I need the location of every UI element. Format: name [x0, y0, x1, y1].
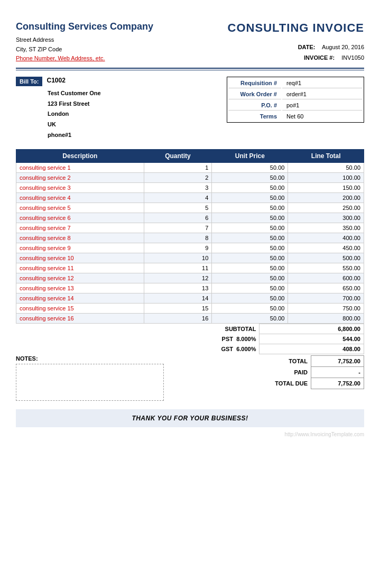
- paid-label: PAID: [227, 366, 311, 378]
- notes-box[interactable]: [16, 364, 164, 401]
- req-value: req#1: [282, 78, 363, 88]
- table-row: consulting service 9 9 50.00 450.00: [16, 243, 364, 253]
- row-unit: 50.00: [212, 273, 288, 283]
- table-row: consulting service 6 6 50.00 300.00: [16, 213, 364, 223]
- row-total: 500.00: [288, 253, 364, 263]
- row-unit: 50.00: [212, 243, 288, 253]
- row-unit: 50.00: [212, 283, 288, 293]
- req-label: Requisition #: [228, 78, 281, 88]
- row-desc: consulting service 2: [16, 172, 144, 182]
- table-row: consulting service 3 3 50.00 150.00: [16, 182, 364, 192]
- total-value: 7,752.00: [311, 355, 364, 366]
- wo-label: Work Order #: [228, 89, 281, 99]
- company-address2: City, ST ZIP Code: [16, 45, 153, 54]
- col-unit-price: Unit Price: [212, 149, 288, 162]
- row-desc: consulting service 10: [16, 253, 144, 263]
- terms-label: Terms: [228, 112, 281, 121]
- row-desc: consulting service 7: [16, 223, 144, 233]
- customer-address1: 123 First Street: [48, 99, 216, 109]
- requisition-table: Requisition # req#1 Work Order # order#1…: [227, 77, 364, 123]
- row-total: 50.00: [288, 162, 364, 172]
- table-row: consulting service 13 13 50.00 650.00: [16, 283, 364, 293]
- row-unit: 50.00: [212, 162, 288, 172]
- row-qty: 4: [144, 192, 212, 203]
- watermark-link[interactable]: http://www.InvoicingTemplate.com: [284, 431, 364, 437]
- total-label: TOTAL: [227, 355, 311, 366]
- row-unit: 50.00: [212, 182, 288, 192]
- table-row: consulting service 16 16 50.00 800.00: [16, 313, 364, 323]
- row-desc: consulting service 6: [16, 213, 144, 223]
- date-label: DATE:: [298, 44, 316, 50]
- row-total: 450.00: [288, 243, 364, 253]
- row-desc: consulting service 11: [16, 263, 144, 273]
- company-contact[interactable]: Phone Number, Web Address, etc.: [16, 55, 105, 61]
- col-line-total: Line Total: [288, 149, 364, 162]
- table-row: consulting service 4 4 50.00 200.00: [16, 192, 364, 203]
- subtotal-label: SUBTOTAL: [16, 324, 259, 334]
- wo-value: order#1: [282, 89, 363, 99]
- table-row: consulting service 11 11 50.00 550.00: [16, 263, 364, 273]
- row-unit: 50.00: [212, 313, 288, 323]
- row-desc: consulting service 9: [16, 243, 144, 253]
- customer-city: London: [48, 109, 216, 120]
- row-qty: 16: [144, 313, 212, 323]
- row-desc: consulting service 15: [16, 303, 144, 313]
- row-qty: 7: [144, 223, 212, 233]
- row-unit: 50.00: [212, 303, 288, 313]
- customer-phone: phone#1: [48, 130, 216, 141]
- table-row: consulting service 12 12 50.00 600.00: [16, 273, 364, 283]
- table-row: consulting service 14 14 50.00 700.00: [16, 293, 364, 303]
- row-total: 550.00: [288, 263, 364, 273]
- thank-you-bar: THANK YOU FOR YOUR BUSINESS!: [16, 409, 364, 427]
- table-row: consulting service 2 2 50.00 100.00: [16, 172, 364, 182]
- table-row: consulting service 8 8 50.00 400.00: [16, 233, 364, 243]
- table-row: consulting service 10 10 50.00 500.00: [16, 253, 364, 263]
- col-description: Description: [16, 149, 144, 162]
- customer-id: C1002: [47, 77, 65, 84]
- customer-name: Test Customer One: [48, 88, 216, 99]
- row-unit: 50.00: [212, 203, 288, 213]
- row-desc: consulting service 14: [16, 293, 144, 303]
- row-qty: 1: [144, 162, 212, 172]
- row-unit: 50.00: [212, 233, 288, 243]
- po-label: P.O. #: [228, 100, 281, 111]
- row-desc: consulting service 13: [16, 283, 144, 293]
- gst-value: 408.00: [259, 344, 364, 354]
- row-total: 250.00: [288, 203, 364, 213]
- row-desc: consulting service 5: [16, 203, 144, 213]
- row-qty: 2: [144, 172, 212, 182]
- row-total: 150.00: [288, 182, 364, 192]
- row-desc: consulting service 8: [16, 233, 144, 243]
- row-qty: 5: [144, 203, 212, 213]
- row-desc: consulting service 16: [16, 313, 144, 323]
- row-desc: consulting service 12: [16, 273, 144, 283]
- table-row: consulting service 5 5 50.00 250.00: [16, 203, 364, 213]
- invoice-number-label: INVOICE #:: [304, 54, 335, 61]
- row-unit: 50.00: [212, 263, 288, 273]
- col-quantity: Quantity: [144, 149, 212, 162]
- terms-value: Net 60: [282, 112, 363, 121]
- row-unit: 50.00: [212, 223, 288, 233]
- row-qty: 6: [144, 213, 212, 223]
- table-row: consulting service 15 15 50.00 750.00: [16, 303, 364, 313]
- due-value: 7,752.00: [311, 378, 364, 389]
- paid-value: -: [311, 366, 364, 378]
- row-total: 650.00: [288, 283, 364, 293]
- row-qty: 3: [144, 182, 212, 192]
- notes-label: NOTES:: [16, 355, 216, 362]
- due-label: TOTAL DUE: [227, 378, 311, 389]
- row-unit: 50.00: [212, 192, 288, 203]
- row-desc: consulting service 3: [16, 182, 144, 192]
- row-total: 750.00: [288, 303, 364, 313]
- company-name: Consulting Services Company: [16, 21, 153, 32]
- bill-to-label: Bill To:: [16, 77, 42, 86]
- row-total: 100.00: [288, 172, 364, 182]
- row-qty: 8: [144, 233, 212, 243]
- customer-country: UK: [48, 120, 216, 130]
- invoice-number-value: INV1050: [341, 54, 364, 61]
- pst-value: 544.00: [259, 334, 364, 344]
- row-total: 600.00: [288, 273, 364, 283]
- final-totals-table: TOTAL 7,752.00 PAID - TOTAL DUE 7,752.00: [227, 355, 364, 389]
- date-value: August 20, 2016: [322, 44, 364, 50]
- company-address1: Street Address: [16, 35, 153, 45]
